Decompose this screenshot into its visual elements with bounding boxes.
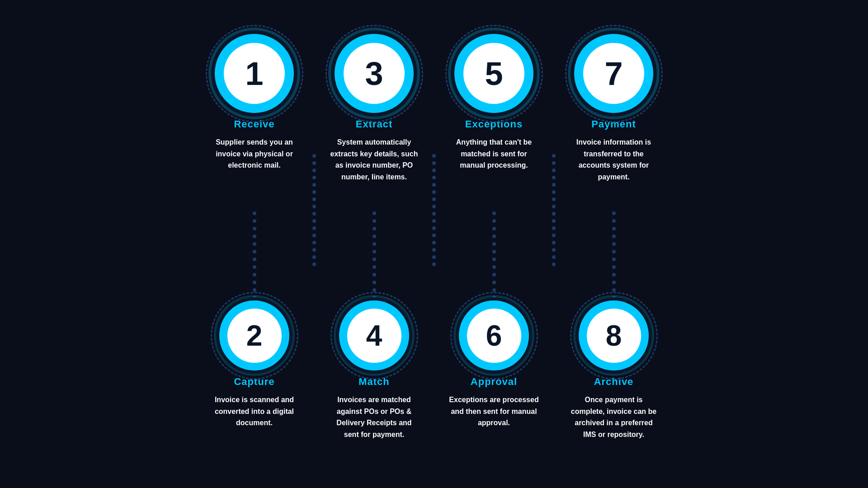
- step2-circle: 2: [219, 300, 289, 371]
- lane-4: 7 Payment Invoice information is transfe…: [566, 34, 661, 454]
- step1-number: 1: [245, 57, 263, 90]
- step6-bottom-section: 6 Approval Exceptions are processed and …: [449, 300, 539, 454]
- step8-bottom-section: 8 Archive Once payment is complete, invo…: [569, 300, 659, 454]
- step5-v-connector: [492, 210, 496, 300]
- h-connector-1-2: [302, 34, 327, 386]
- step1-desc: Supplier sends you an invoice via physic…: [209, 136, 300, 171]
- step8-circle-inner: 8: [587, 309, 641, 363]
- step4-circle-inner: 4: [347, 309, 401, 363]
- step8-number: 8: [606, 321, 622, 350]
- step7-circle: 7: [574, 34, 653, 113]
- step3-circle: 3: [335, 34, 414, 113]
- step2-circle-inner: 2: [227, 309, 282, 363]
- step1-circle: 1: [215, 34, 294, 113]
- step4-bottom-section: 4 Match Invoices are matched against POs…: [329, 300, 420, 454]
- step7-number: 7: [604, 57, 623, 90]
- step1-top-section: 1 Receive Supplier sends you an invoice …: [209, 34, 300, 210]
- step4-desc: Invoices are matched against POs or POs …: [329, 394, 420, 440]
- step7-circle-inner: 7: [583, 43, 644, 104]
- h-connector-2-3: [422, 34, 447, 386]
- step5-circle-inner: 5: [463, 43, 524, 104]
- step1-circle-inner: 1: [224, 43, 285, 104]
- h-connector-3-4: [542, 34, 566, 386]
- step3-number: 3: [365, 57, 383, 90]
- step2-number: 2: [246, 321, 263, 350]
- step8-desc: Once payment is complete, invoice can be…: [569, 394, 659, 440]
- step6-circle: 6: [459, 300, 529, 371]
- step5-number: 5: [485, 57, 503, 90]
- step5-circle: 5: [454, 34, 533, 113]
- step3-circle-inner: 3: [344, 43, 405, 104]
- lane-3: 5 Exceptions Anything that can't be matc…: [447, 34, 542, 454]
- main-row: 1 Receive Supplier sends you an invoice …: [23, 20, 845, 468]
- step7-desc: Invoice information is transferred to th…: [569, 136, 659, 183]
- step1-v-connector: [253, 210, 256, 300]
- step3-v-connector: [373, 210, 376, 300]
- step5-desc: Anything that can't be matched is sent f…: [449, 136, 539, 171]
- lane-1: 1 Receive Supplier sends you an invoice …: [207, 34, 302, 454]
- step2-desc: Invoice is scanned and converted into a …: [209, 394, 300, 429]
- diagram-container: 1 Receive Supplier sends you an invoice …: [0, 0, 868, 488]
- step2-bottom-section: 2 Capture Invoice is scanned and convert…: [209, 300, 300, 454]
- step3-desc: System automatically extracts key detail…: [329, 136, 420, 183]
- step7-v-connector: [612, 210, 616, 300]
- step3-top-section: 3 Extract System automatically extracts …: [329, 34, 420, 210]
- step4-circle: 4: [339, 300, 409, 371]
- step7-top-section: 7 Payment Invoice information is transfe…: [569, 34, 659, 210]
- step6-number: 6: [486, 321, 502, 350]
- step5-top-section: 5 Exceptions Anything that can't be matc…: [449, 34, 539, 210]
- step6-desc: Exceptions are processed and then sent f…: [449, 394, 539, 429]
- step8-circle: 8: [579, 300, 649, 371]
- lane-2: 3 Extract System automatically extracts …: [327, 34, 422, 454]
- step6-circle-inner: 6: [467, 309, 521, 363]
- step4-number: 4: [366, 321, 382, 350]
